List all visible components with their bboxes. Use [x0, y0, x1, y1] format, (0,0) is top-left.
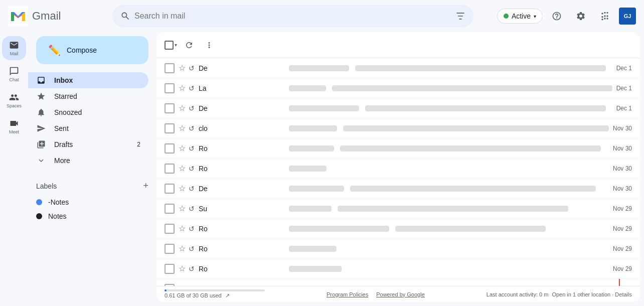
email-sender: Ro: [199, 245, 289, 253]
search-options-icon[interactable]: [455, 11, 465, 21]
sidebar-item-spaces[interactable]: Spaces: [2, 88, 26, 112]
email-subject: [289, 105, 359, 111]
nav-item-inbox[interactable]: Inbox: [28, 72, 148, 88]
avatar[interactable]: GJ: [619, 8, 636, 25]
table-row[interactable]: ☆ ↺ De Dec 1: [156, 98, 640, 118]
table-row[interactable]: ☆ ↺ Ro Nov 29: [156, 239, 640, 259]
snooze-button[interactable]: ↺: [189, 104, 195, 112]
nav-item-more[interactable]: More: [28, 152, 148, 169]
star-button[interactable]: ☆: [179, 184, 186, 193]
email-body: [289, 166, 609, 172]
select-checkbox[interactable]: [165, 41, 174, 50]
mail-icon-label: Mail: [10, 51, 19, 56]
email-checkbox[interactable]: [165, 244, 175, 254]
search-input[interactable]: [134, 12, 451, 21]
table-row[interactable]: ☆ ↺ De Nov 30: [156, 179, 640, 199]
label-item-notes-dash[interactable]: -Notes: [36, 195, 148, 209]
sidebar-item-mail[interactable]: Mail: [2, 36, 26, 60]
select-dropdown-icon[interactable]: ▾: [175, 42, 177, 48]
email-checkbox[interactable]: [165, 184, 175, 194]
table-row[interactable]: ☆ ↺ Me Nov 28: [156, 279, 640, 286]
snooze-button[interactable]: ↺: [189, 84, 195, 92]
compose-button[interactable]: ✏️ Compose: [36, 36, 148, 64]
table-row[interactable]: ☆ ↺ De Dec 1: [156, 58, 640, 78]
nav-label-sent: Sent: [54, 124, 140, 132]
nav-label-starred: Starred: [54, 92, 140, 100]
star-button[interactable]: ☆: [179, 63, 186, 73]
email-checkbox[interactable]: [165, 224, 175, 234]
email-body: [289, 85, 612, 91]
table-row[interactable]: ☆ ↺ La Dec 1: [156, 78, 640, 98]
snooze-button[interactable]: ↺: [189, 144, 195, 152]
table-row[interactable]: ☆ ↺ Ro Nov 30: [156, 138, 640, 159]
email-checkbox[interactable]: [165, 83, 175, 93]
nav-item-starred[interactable]: Starred: [28, 88, 148, 104]
external-link-icon[interactable]: ↗: [225, 292, 230, 298]
star-button[interactable]: ☆: [179, 204, 186, 213]
email-snippet: [355, 65, 606, 71]
email-area: ▾ ☆ ↺ De Dec 1: [156, 32, 640, 302]
nav-item-snoozed[interactable]: Snoozed: [28, 104, 148, 120]
star-button[interactable]: ☆: [179, 224, 186, 233]
drafts-badge: 2: [137, 141, 140, 148]
add-label-button[interactable]: +: [143, 181, 148, 191]
help-button[interactable]: [547, 6, 567, 26]
star-button[interactable]: ☆: [179, 103, 186, 113]
apps-button[interactable]: [595, 6, 615, 26]
email-sender: clo: [199, 124, 289, 132]
email-date: Nov 30: [613, 125, 632, 132]
status-label: Active: [512, 12, 531, 20]
more-options-button[interactable]: [201, 37, 217, 53]
email-checkbox[interactable]: [165, 284, 175, 286]
label-color-dot-notes: [36, 213, 42, 219]
snooze-button[interactable]: ↺: [189, 165, 195, 173]
star-icon: [36, 91, 46, 101]
table-row[interactable]: ☆ ↺ Ro Nov 30: [156, 159, 640, 179]
email-checkbox[interactable]: [165, 164, 175, 174]
table-row[interactable]: ☆ ↺ Ro Nov 29: [156, 219, 640, 239]
snooze-button[interactable]: ↺: [189, 205, 195, 213]
table-row[interactable]: ☆ ↺ Su Nov 29: [156, 199, 640, 219]
email-body: [289, 145, 609, 151]
email-checkbox[interactable]: [165, 63, 175, 73]
email-checkbox[interactable]: [165, 264, 175, 274]
star-button[interactable]: ☆: [179, 264, 186, 273]
snooze-button[interactable]: ↺: [189, 285, 195, 286]
topbar-right: Active ▾ GJ: [497, 6, 636, 26]
select-all-checkbox[interactable]: ▾: [165, 41, 177, 50]
status-button[interactable]: Active ▾: [497, 9, 543, 24]
label-item-notes[interactable]: Notes: [36, 209, 148, 223]
search-bar[interactable]: [112, 5, 473, 28]
program-policies-link[interactable]: Program Policies: [327, 291, 368, 297]
star-button[interactable]: ☆: [179, 143, 186, 153]
email-sender: Ro: [199, 144, 289, 152]
snooze-button[interactable]: ↺: [189, 185, 195, 193]
snooze-button[interactable]: ↺: [189, 265, 195, 273]
email-checkbox[interactable]: [165, 204, 175, 214]
email-toolbar: ▾: [156, 32, 640, 58]
snooze-button[interactable]: ↺: [189, 245, 195, 253]
nav-item-sent[interactable]: Sent: [28, 120, 148, 136]
sidebar-item-chat[interactable]: Chat: [2, 62, 26, 86]
snooze-button[interactable]: ↺: [189, 225, 195, 233]
settings-button[interactable]: [571, 6, 591, 26]
star-button[interactable]: ☆: [179, 164, 186, 173]
email-checkbox[interactable]: [165, 103, 175, 113]
sidebar-item-meet[interactable]: Meet: [2, 114, 26, 138]
email-checkbox[interactable]: [165, 143, 175, 154]
snooze-button[interactable]: ↺: [189, 64, 195, 72]
table-row[interactable]: ☆ ↺ Ro Nov 29: [156, 259, 640, 279]
snooze-button[interactable]: ↺: [189, 124, 195, 132]
nav-item-drafts[interactable]: Drafts 2: [28, 136, 148, 152]
table-row[interactable]: ☆ ↺ clo Nov 30: [156, 118, 640, 138]
gmail-text: Gmail: [32, 10, 61, 23]
email-checkbox[interactable]: [165, 123, 175, 133]
refresh-button[interactable]: [181, 37, 197, 53]
star-button[interactable]: ☆: [179, 83, 186, 93]
star-button[interactable]: ☆: [179, 123, 186, 133]
avatar-initials: GJ: [624, 13, 631, 19]
powered-by-link[interactable]: Powered by Google: [376, 291, 425, 297]
labels-header: Labels +: [36, 177, 148, 195]
star-button[interactable]: ☆: [179, 284, 186, 286]
star-button[interactable]: ☆: [179, 244, 186, 253]
